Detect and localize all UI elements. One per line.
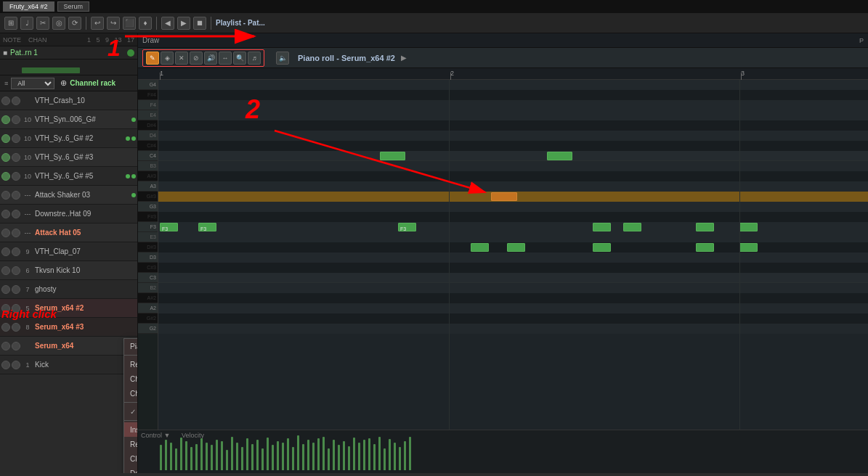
- pr-key-g2[interactable]: G2: [138, 324, 158, 334]
- pr-key-b2[interactable]: B2: [138, 283, 158, 293]
- note-ds3-4[interactable]: [696, 243, 714, 252]
- pr-key-a2[interactable]: A2: [138, 303, 158, 313]
- pr-nav-arrow-right[interactable]: ▶: [401, 54, 407, 62]
- ch-toggle-btn[interactable]: [1, 304, 10, 313]
- ctx-insert[interactable]: Insert: [124, 422, 138, 437]
- pr-key-d4[interactable]: D4: [138, 131, 158, 141]
- ch-toggle-btn2[interactable]: [12, 323, 20, 332]
- ch-toggle-btn2[interactable]: [12, 285, 20, 294]
- ch-toggle-btn2[interactable]: [12, 97, 20, 105]
- ch-toggle-btn[interactable]: [1, 153, 10, 162]
- ch-toggle-btn[interactable]: [1, 247, 10, 256]
- ctx-delete[interactable]: Delete...: [124, 466, 138, 473]
- ch-toggle-btn[interactable]: [1, 191, 10, 200]
- pr-desel-icon[interactable]: ✕: [175, 52, 188, 65]
- toolbar-stop[interactable]: ⏹: [193, 17, 206, 30]
- channel-item[interactable]: 6 Tkvsn Kick 10: [0, 261, 137, 280]
- ch-toggle-btn[interactable]: [1, 361, 10, 369]
- filter-dropdown[interactable]: All: [11, 78, 54, 89]
- note-f3-2[interactable]: F3: [198, 223, 216, 231]
- pr-key-c3[interactable]: C3: [138, 273, 158, 283]
- toolbar-open[interactable]: ♩: [20, 17, 33, 30]
- ch-toggle-btn2[interactable]: [12, 172, 20, 181]
- channel-item[interactable]: 10 VTH_Syn..006_G#: [0, 110, 137, 129]
- channel-item-attack-hat[interactable]: --- Attack Hat 05: [0, 223, 137, 242]
- pr-key-e4[interactable]: E4: [138, 110, 158, 120]
- note-ds3-2[interactable]: [507, 243, 525, 252]
- note-ds3-3[interactable]: [593, 243, 611, 252]
- pr-key-b3[interactable]: B3: [138, 161, 158, 171]
- toolbar-play-back[interactable]: ◀: [161, 17, 174, 30]
- pr-key-fs3[interactable]: F#3: [138, 212, 158, 222]
- tab-serum[interactable]: Serum: [57, 1, 90, 12]
- toolbar-cut[interactable]: ↩: [91, 17, 104, 30]
- pr-listen-icon[interactable]: 🔊: [204, 52, 217, 65]
- ctx-piano-roll[interactable]: Piano roll: [124, 339, 138, 353]
- ch-toggle-btn[interactable]: [1, 285, 10, 294]
- ch-toggle-btn2[interactable]: [12, 304, 20, 313]
- pr-key-c4[interactable]: C4: [138, 151, 158, 161]
- channel-item[interactable]: --- Attack Shaker 03: [0, 186, 137, 205]
- channel-item-serum-3[interactable]: 8 Serum_x64 #3: [0, 318, 137, 337]
- note-f3-1[interactable]: F3: [160, 223, 178, 231]
- ch-toggle-btn2[interactable]: [12, 342, 20, 350]
- pr-key-d3[interactable]: D3: [138, 253, 158, 263]
- ctx-change-icon[interactable]: Change icon...: [124, 386, 138, 401]
- pr-key-ds3[interactable]: D#3: [138, 242, 158, 253]
- ch-toggle-btn2[interactable]: [12, 210, 20, 218]
- pr-key-g3[interactable]: G3: [138, 202, 158, 212]
- ch-toggle-btn[interactable]: [1, 134, 10, 143]
- ch-toggle-btn[interactable]: [1, 266, 10, 275]
- pr-note-grid[interactable]: F3 F3 F3 2: [158, 80, 868, 430]
- channel-item[interactable]: 10 VTH_Sy..6_G# #5: [0, 167, 137, 186]
- pr-volume-icon[interactable]: ♬: [248, 52, 261, 65]
- pr-key-ds4[interactable]: D#4: [138, 120, 158, 131]
- ch-toggle-btn[interactable]: [1, 97, 10, 105]
- toolbar-paste[interactable]: ⬛: [123, 17, 136, 30]
- channel-item-serum-2[interactable]: 5 Serum_x64 #2: [0, 299, 137, 318]
- note-c4-1[interactable]: [380, 152, 405, 160]
- ch-toggle-btn[interactable]: [1, 342, 10, 350]
- pr-key-cs4[interactable]: C#4: [138, 141, 158, 151]
- ch-toggle-btn2[interactable]: [12, 247, 20, 256]
- note-f3-7[interactable]: [739, 223, 758, 231]
- ch-toggle-btn[interactable]: [1, 229, 10, 237]
- note-f3-4[interactable]: [593, 223, 611, 231]
- ch-toggle-btn2[interactable]: [12, 229, 20, 237]
- ch-toggle-btn[interactable]: [1, 210, 10, 218]
- ch-toggle-btn2[interactable]: [12, 134, 20, 143]
- note-f3-6[interactable]: [696, 223, 714, 231]
- pr-draw-icon[interactable]: ✎: [146, 52, 159, 65]
- ch-toggle-btn[interactable]: [1, 172, 10, 181]
- channel-item[interactable]: 7 ghosty: [0, 280, 137, 299]
- toolbar-play[interactable]: ▶: [177, 17, 190, 30]
- note-ds3-1[interactable]: [471, 243, 489, 252]
- tab-fruity-x64[interactable]: Fruty_x64 #2: [3, 1, 54, 12]
- ch-toggle-btn2[interactable]: [12, 115, 20, 124]
- pr-key-cs3[interactable]: C#3: [138, 263, 158, 273]
- ctx-cut-itself[interactable]: Cut itself: [124, 404, 138, 419]
- note-ds3-5[interactable]: [739, 243, 758, 252]
- toolbar-redo[interactable]: ⟳: [68, 17, 81, 30]
- pr-mute-icon[interactable]: ⊘: [190, 52, 203, 65]
- channel-item[interactable]: 10 VTH_Sy..6_G# #2: [0, 129, 137, 148]
- channel-item[interactable]: VTH_Crash_10: [0, 91, 137, 110]
- toolbar-undo[interactable]: ◎: [52, 17, 65, 30]
- ch-toggle-btn[interactable]: [1, 323, 10, 332]
- pr-key-a3[interactable]: A3: [138, 181, 158, 192]
- ctx-clone[interactable]: Clone: [124, 451, 138, 466]
- ch-toggle-btn2[interactable]: [12, 361, 20, 369]
- pr-key-fs4[interactable]: F#4: [138, 90, 158, 100]
- ch-toggle-btn2[interactable]: [12, 153, 20, 162]
- pr-flip-icon[interactable]: ↔: [219, 52, 232, 65]
- note-f3-5[interactable]: [623, 223, 641, 231]
- channel-item[interactable]: 10 VTH_Sy..6_G# #3: [0, 148, 137, 167]
- channel-item[interactable]: --- Downstre..Hat 09: [0, 205, 137, 223]
- pr-key-f3[interactable]: F3: [138, 222, 158, 232]
- ctx-replace[interactable]: Replace: [124, 437, 138, 451]
- toolbar-copy[interactable]: ↪: [107, 17, 120, 30]
- channel-item-kick[interactable]: 1 Kick: [0, 356, 137, 374]
- pr-key-as3[interactable]: A#3: [138, 171, 158, 181]
- ctx-rename[interactable]: Rename, color and icon...: [124, 357, 138, 372]
- pr-key-g4[interactable]: G4: [138, 80, 158, 90]
